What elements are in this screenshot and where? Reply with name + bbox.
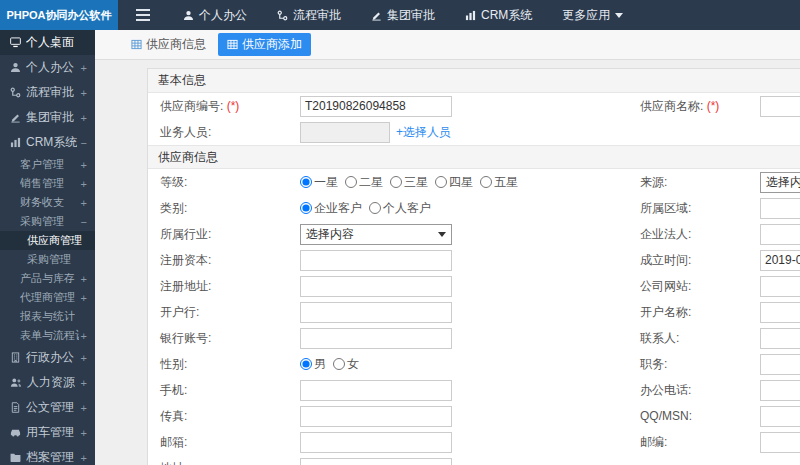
sidebar-item-human-resources[interactable]: 人力资源+: [0, 370, 95, 395]
account-name-input[interactable]: [760, 302, 800, 323]
level-radios-0[interactable]: [300, 176, 312, 188]
level-radios-3[interactable]: [435, 176, 447, 188]
field-label: 供应商名称: (*): [640, 98, 760, 115]
contact-person-input[interactable]: [760, 328, 800, 349]
fax-input[interactable]: [300, 406, 452, 427]
website-input[interactable]: [760, 276, 800, 297]
expand-marker: +: [79, 292, 87, 304]
region-input[interactable]: [760, 198, 800, 219]
industry-select[interactable]: 选择内容: [300, 224, 452, 245]
business-person-input[interactable]: [300, 122, 390, 143]
expand-marker: +: [79, 178, 87, 190]
legal-person-input[interactable]: [760, 224, 800, 245]
expand-marker: +: [79, 62, 87, 74]
top-nav-crm-system[interactable]: CRM系统: [450, 0, 547, 30]
supplier-code-input[interactable]: [300, 96, 452, 117]
expand-marker: +: [79, 330, 87, 342]
sidebar-item-purchase-mgmt[interactable]: 采购管理−: [0, 212, 95, 231]
sidebar-item-personal-office[interactable]: 个人办公+: [0, 55, 95, 80]
radio-option[interactable]: 一星: [300, 174, 338, 191]
level-radios-2[interactable]: [390, 176, 402, 188]
zip-input[interactable]: [760, 432, 800, 453]
sidebar-item-label: 公文管理: [26, 399, 74, 416]
sidebar-item-sales-mgmt[interactable]: 销售管理+: [0, 174, 95, 193]
radio-label: 四星: [449, 174, 473, 191]
radio-option[interactable]: 五星: [480, 174, 518, 191]
gender-radios-0[interactable]: [300, 358, 312, 370]
field-label: 类别:: [148, 200, 300, 217]
mobile-input[interactable]: [300, 380, 452, 401]
expand-marker: +: [79, 87, 87, 99]
expand-marker: +: [79, 377, 87, 389]
form-row: 邮箱:邮编:: [148, 429, 800, 455]
sidebar-item-customer-mgmt[interactable]: 客户管理+: [0, 155, 95, 174]
sidebar-item-label: 用车管理: [26, 424, 74, 441]
sidebar-item-label: 个人办公: [26, 59, 74, 76]
established-date-input[interactable]: [760, 250, 800, 271]
radio-label: 一星: [314, 174, 338, 191]
radio-option[interactable]: 男: [300, 356, 326, 373]
tab-strip: 供应商信息 供应商添加: [95, 30, 800, 60]
sidebar-item-product-inventory[interactable]: 产品与库存+: [0, 269, 95, 288]
supplier-name-input[interactable]: [760, 96, 800, 117]
sidebar-item-workflow-approval[interactable]: 流程审批+: [0, 80, 95, 105]
sidebar-item-archive-mgmt[interactable]: 档案管理+: [0, 445, 95, 465]
source-select[interactable]: 选择内容: [760, 172, 800, 193]
address-input[interactable]: [300, 458, 452, 465]
category-radios-1[interactable]: [369, 202, 381, 214]
radio-option[interactable]: 女: [333, 356, 359, 373]
menu-toggle-button[interactable]: [118, 0, 168, 30]
sidebar-item-form-flow-settings[interactable]: 表单与流程设置+: [0, 326, 95, 345]
sidebar-item-admin-office[interactable]: 行政办公+: [0, 345, 95, 370]
radio-label: 企业客户: [314, 200, 362, 217]
select-person-link[interactable]: +选择人员: [396, 124, 451, 141]
radio-option[interactable]: 个人客户: [369, 200, 431, 217]
expand-marker: −: [79, 216, 87, 228]
top-nav-workflow-approval[interactable]: 流程审批: [262, 0, 356, 30]
top-nav-personal-office[interactable]: 个人办公: [168, 0, 262, 30]
form-row: 注册地址:公司网站:: [148, 273, 800, 299]
position-input[interactable]: [760, 354, 800, 375]
sidebar-item-supplier-mgmt[interactable]: 供应商管理: [0, 231, 95, 250]
radio-label: 女: [347, 356, 359, 373]
sidebar-item-purchase[interactable]: 采购管理: [0, 250, 95, 269]
qq-msn-input[interactable]: [760, 406, 800, 427]
category-radios-0[interactable]: [300, 202, 312, 214]
sidebar-item-label: 报表与统计: [20, 309, 75, 324]
form-row: 地址:: [148, 455, 800, 465]
field-label: 联系人:: [640, 330, 760, 347]
sidebar-item-personal-desktop[interactable]: 个人桌面: [0, 30, 95, 55]
top-nav-group-approval[interactable]: 集团审批: [356, 0, 450, 30]
edit-icon: [10, 112, 21, 123]
sidebar-item-reports-stats[interactable]: 报表与统计: [0, 307, 95, 326]
top-nav-more-apps[interactable]: 更多应用: [547, 0, 638, 30]
radio-option[interactable]: 企业客户: [300, 200, 362, 217]
level-radios-1[interactable]: [345, 176, 357, 188]
sidebar-item-group-approval[interactable]: 集团审批+: [0, 105, 95, 130]
tab-supplier-info[interactable]: 供应商信息: [131, 36, 206, 53]
radio-option[interactable]: 四星: [435, 174, 473, 191]
sidebar-item-agent-mgmt[interactable]: 代理商管理+: [0, 288, 95, 307]
bank-branch-input[interactable]: [300, 302, 452, 323]
radio-option[interactable]: 三星: [390, 174, 428, 191]
level-radios-4[interactable]: [480, 176, 492, 188]
field-label: 成立时间:: [640, 252, 760, 269]
registered-capital-input[interactable]: [300, 250, 452, 271]
radio-option[interactable]: 二星: [345, 174, 383, 191]
sidebar-item-label: 财务收支: [20, 195, 64, 210]
sidebar-item-finance-income-expense[interactable]: 财务收支+: [0, 193, 95, 212]
sidebar-item-document-mgmt[interactable]: 公文管理+: [0, 395, 95, 420]
bank-account-input[interactable]: [300, 328, 452, 349]
field-label: 公司网站:: [640, 278, 760, 295]
form-row: 等级:一星二星三星四星五星来源:选择内容: [148, 169, 800, 195]
registered-address-input[interactable]: [300, 276, 452, 297]
tab-supplier-add[interactable]: 供应商添加: [218, 33, 311, 56]
hamburger-icon: [136, 9, 150, 21]
tab-label: 供应商信息: [146, 36, 206, 53]
field-label: 注册地址:: [148, 278, 300, 295]
sidebar-item-vehicle-mgmt[interactable]: 用车管理+: [0, 420, 95, 445]
gender-radios-1[interactable]: [333, 358, 345, 370]
email-input[interactable]: [300, 432, 452, 453]
office-phone-input[interactable]: [760, 380, 800, 401]
sidebar-item-crm-system[interactable]: CRM系统−: [0, 130, 95, 155]
